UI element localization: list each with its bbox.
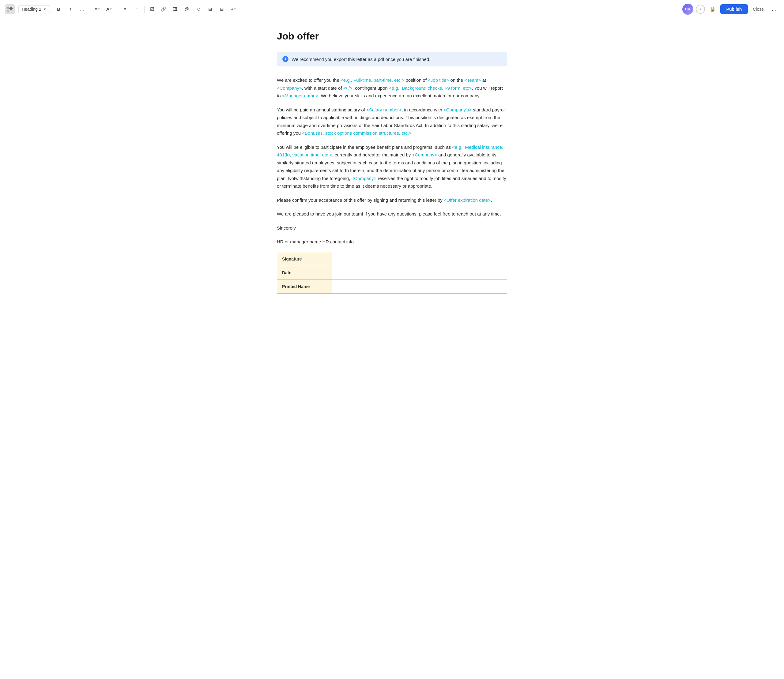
image-button[interactable]: 🖼 [170,4,181,14]
placeholder-company-1[interactable]: <Company> [277,85,302,91]
mention-button[interactable]: @ [182,4,192,14]
bold-button[interactable]: B [53,4,64,14]
printed-name-label: Printed Name [277,280,332,293]
text: Please confirm your acceptance of this o… [277,197,444,203]
printed-name-value[interactable] [332,280,507,293]
columns-icon: ⊟ [220,6,224,12]
paragraph-4[interactable]: Please confirm your acceptance of this o… [277,196,507,204]
heading-label: Heading 2 [22,7,41,12]
placeholder-bonuses[interactable]: <Bonuses, stock options commission struc… [302,130,412,136]
text: position of [404,77,428,83]
text: We are pleased to have you join our team… [277,211,501,216]
more-icon: ... [772,6,776,12]
text: on the [449,77,464,83]
text: , currently and hereafter maintained by [332,152,412,157]
table-icon: ⊞ [208,6,212,12]
columns-button[interactable]: ⊟ [217,4,227,14]
add-collaborator-button[interactable]: + [696,5,705,14]
info-message: We recommend you export this letter as a… [292,56,430,62]
text: You will be eligible to participate in t… [277,144,452,150]
document-body[interactable]: We are excited to offer you the <e.g., F… [277,76,507,294]
content-area: Job offer i We recommend you export this… [270,18,514,318]
bullet-list-icon: ≡ [124,6,126,12]
placeholder-expiration-date[interactable]: <Offer expiration date> [444,197,491,203]
checkbox-button[interactable]: ☑ [147,4,157,14]
signature-label: Signature [277,252,332,266]
paragraph-1[interactable]: We are excited to offer you the <e.g., F… [277,76,507,100]
chevron-down-icon: ▼ [43,7,47,11]
align-icon: ≡ [95,6,98,12]
publish-button[interactable]: Publish [720,4,748,14]
text: You will be paid an annual starting sala… [277,107,366,113]
placeholder-companys[interactable]: <Company's> [444,107,472,113]
close-button[interactable]: Close [750,4,766,14]
image-icon: 🖼 [173,6,178,12]
insert-more-button[interactable]: + ▼ [229,4,239,14]
emoji-icon: ☺ [196,6,201,12]
more-options-button[interactable]: ... [769,4,779,14]
paragraph-5[interactable]: We are pleased to have you join our team… [277,210,507,218]
toolbar-right: CK + 🔒 Publish Close ... [682,4,779,15]
plus-icon: + [699,6,702,12]
link-icon: 🔗 [161,6,166,12]
heading-dropdown[interactable]: Heading 2 ▼ [18,5,50,13]
table-button[interactable]: ⊞ [205,4,216,14]
avatar-initials: CK [685,7,690,11]
placeholder-salary[interactable]: <Salary number> [366,107,401,113]
paragraph-3[interactable]: You will be eligible to participate in t… [277,143,507,190]
sincerely[interactable]: Sincerely, [277,224,507,232]
chevron-down-icon: ▼ [98,8,100,11]
document-title[interactable]: Job offer [277,31,507,42]
placeholder-contingency[interactable]: <e.g., Background checks, I-9 form, etc> [389,85,472,91]
placeholder-job-title[interactable]: <Job title> [428,77,449,83]
info-icon: i [282,56,289,62]
placeholder-company-2[interactable]: <Company> [412,152,437,157]
placeholder-team[interactable]: <Team> [464,77,481,83]
link-button[interactable]: 🔗 [158,4,169,14]
paragraph-2[interactable]: You will be paid an annual starting sala… [277,106,507,137]
divider-3 [144,6,144,13]
lock-button[interactable]: 🔒 [707,4,718,14]
text: at [481,77,486,83]
text: . [491,197,492,203]
font-color-icon: A [106,6,110,12]
info-box: i We recommend you export this letter as… [277,52,507,66]
placeholder-employment-type[interactable]: <e.g., Full-time, part-time, etc.> [340,77,404,83]
at-icon: @ [185,6,189,12]
bullet-list-button[interactable]: ≡ [120,4,130,14]
avatar: CK [682,4,693,15]
signature-row: Signature [277,252,507,266]
text: , in accordance with [401,107,444,113]
chevron-down-icon: ▼ [234,8,237,11]
numbered-list-icon: ⁼ [135,6,138,12]
more-formatting-button[interactable]: ... [77,4,87,14]
chevron-down-icon: ▼ [110,8,112,11]
placeholder-manager[interactable]: <Manager name> [282,93,318,98]
date-label: Date [277,266,332,280]
signature-table: Signature Date Printed Name [277,252,507,294]
placeholder-company-3[interactable]: <Company> [351,176,377,181]
plus-icon: + [231,6,234,12]
placeholder-start-date[interactable]: </ /> [343,85,353,91]
toolbar: Heading 2 ▼ B I ... ≡ ▼ A ▼ ≡ ⁼ ☑ 🔗 🖼 @ [0,0,784,18]
date-value[interactable] [332,266,507,280]
date-row: Date [277,266,507,280]
numbered-list-button[interactable]: ⁼ [132,4,142,14]
text: , with a start date of [302,85,343,91]
lock-icon: 🔒 [710,6,716,12]
text: We are excited to offer you the [277,77,340,83]
app-logo [5,4,15,14]
checkbox-icon: ☑ [150,6,154,12]
font-color-button[interactable]: A ▼ [104,4,114,14]
footer-placeholder[interactable]: HR or manager name HR contact info [277,238,507,246]
text: , contingent upon [353,85,389,91]
printed-name-row: Printed Name [277,280,507,293]
align-button[interactable]: ≡ ▼ [93,4,103,14]
text: . We believe your skills and experience … [318,93,480,98]
emoji-button[interactable]: ☺ [194,4,204,14]
italic-button[interactable]: I [65,4,76,14]
signature-value[interactable] [332,252,507,266]
